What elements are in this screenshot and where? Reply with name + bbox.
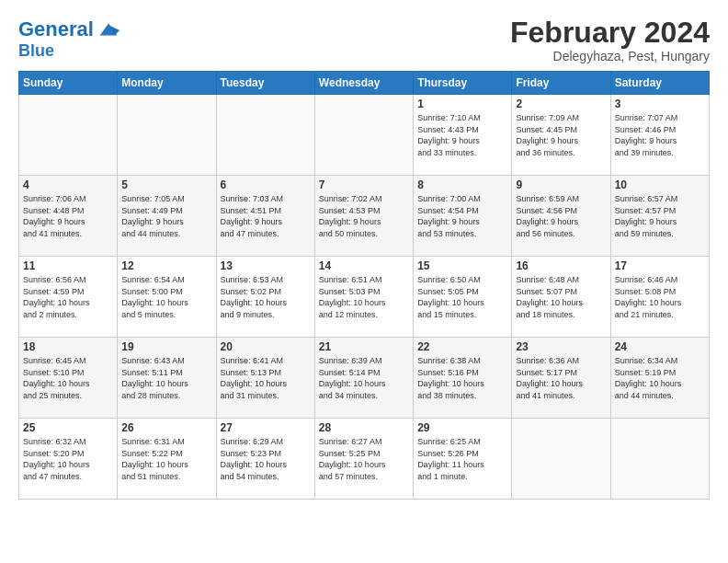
calendar-cell	[118, 95, 216, 176]
calendar-cell: 3Sunrise: 7:07 AM Sunset: 4:46 PM Daylig…	[610, 95, 709, 176]
day-info: Sunrise: 6:45 AM Sunset: 5:10 PM Dayligh…	[23, 355, 113, 401]
calendar-cell: 26Sunrise: 6:31 AM Sunset: 5:22 PM Dayli…	[118, 419, 216, 500]
col-wednesday: Wednesday	[314, 72, 413, 95]
day-info: Sunrise: 7:06 AM Sunset: 4:48 PM Dayligh…	[23, 193, 113, 239]
day-number: 7	[319, 178, 409, 191]
day-info: Sunrise: 6:38 AM Sunset: 5:16 PM Dayligh…	[417, 355, 507, 401]
day-number: 6	[221, 178, 311, 191]
day-number: 23	[516, 340, 606, 353]
day-info: Sunrise: 7:05 AM Sunset: 4:49 PM Dayligh…	[121, 193, 211, 239]
day-info: Sunrise: 6:36 AM Sunset: 5:17 PM Dayligh…	[516, 355, 606, 401]
calendar-cell: 13Sunrise: 6:53 AM Sunset: 5:02 PM Dayli…	[216, 257, 314, 338]
calendar-cell: 9Sunrise: 6:59 AM Sunset: 4:56 PM Daylig…	[512, 176, 610, 257]
day-info: Sunrise: 6:29 AM Sunset: 5:23 PM Dayligh…	[221, 436, 311, 482]
calendar-cell: 12Sunrise: 6:54 AM Sunset: 5:00 PM Dayli…	[118, 257, 216, 338]
logo-icon	[96, 17, 121, 42]
day-number: 29	[417, 421, 507, 434]
calendar-cell: 27Sunrise: 6:29 AM Sunset: 5:23 PM Dayli…	[216, 419, 314, 500]
day-number: 19	[121, 340, 211, 353]
day-number: 10	[615, 178, 705, 191]
col-saturday: Saturday	[610, 72, 709, 95]
calendar-cell: 11Sunrise: 6:56 AM Sunset: 4:59 PM Dayli…	[19, 257, 118, 338]
day-number: 18	[23, 340, 113, 353]
day-info: Sunrise: 6:57 AM Sunset: 4:57 PM Dayligh…	[615, 193, 705, 239]
calendar-cell: 24Sunrise: 6:34 AM Sunset: 5:19 PM Dayli…	[610, 338, 709, 419]
calendar-cell: 2Sunrise: 7:09 AM Sunset: 4:45 PM Daylig…	[512, 95, 610, 176]
calendar-table: Sunday Monday Tuesday Wednesday Thursday…	[18, 71, 710, 500]
day-number: 9	[516, 178, 606, 191]
day-number: 3	[615, 98, 705, 110]
day-number: 1	[417, 98, 507, 110]
day-number: 8	[417, 178, 507, 191]
day-info: Sunrise: 6:59 AM Sunset: 4:56 PM Dayligh…	[516, 193, 606, 239]
calendar-cell: 17Sunrise: 6:46 AM Sunset: 5:08 PM Dayli…	[610, 257, 709, 338]
calendar-cell	[314, 95, 413, 176]
col-thursday: Thursday	[414, 72, 512, 95]
col-tuesday: Tuesday	[216, 72, 314, 95]
day-info: Sunrise: 7:00 AM Sunset: 4:54 PM Dayligh…	[417, 193, 507, 239]
day-info: Sunrise: 6:31 AM Sunset: 5:22 PM Dayligh…	[121, 436, 211, 482]
day-number: 22	[417, 340, 507, 353]
header: General Blue February 2024 Delegyhaza, P…	[18, 17, 710, 63]
title-area: February 2024 Delegyhaza, Pest, Hungary	[510, 17, 710, 63]
calendar-cell: 5Sunrise: 7:05 AM Sunset: 4:49 PM Daylig…	[118, 176, 216, 257]
day-number: 28	[319, 421, 409, 434]
day-number: 27	[221, 421, 311, 434]
week-row-4: 25Sunrise: 6:32 AM Sunset: 5:20 PM Dayli…	[19, 419, 710, 500]
week-row-3: 18Sunrise: 6:45 AM Sunset: 5:10 PM Dayli…	[19, 338, 710, 419]
page: General Blue February 2024 Delegyhaza, P…	[0, 0, 728, 509]
calendar-cell: 28Sunrise: 6:27 AM Sunset: 5:25 PM Dayli…	[314, 419, 413, 500]
logo-text: General	[18, 18, 94, 40]
header-row: Sunday Monday Tuesday Wednesday Thursday…	[19, 72, 710, 95]
week-row-2: 11Sunrise: 6:56 AM Sunset: 4:59 PM Dayli…	[19, 257, 710, 338]
calendar-body: 1Sunrise: 7:10 AM Sunset: 4:43 PM Daylig…	[19, 95, 710, 500]
col-monday: Monday	[118, 72, 216, 95]
day-number: 16	[516, 259, 606, 272]
day-info: Sunrise: 7:10 AM Sunset: 4:43 PM Dayligh…	[417, 112, 507, 158]
day-info: Sunrise: 6:39 AM Sunset: 5:14 PM Dayligh…	[319, 355, 409, 401]
day-info: Sunrise: 6:53 AM Sunset: 5:02 PM Dayligh…	[221, 274, 311, 320]
calendar-cell: 4Sunrise: 7:06 AM Sunset: 4:48 PM Daylig…	[19, 176, 118, 257]
day-info: Sunrise: 7:09 AM Sunset: 4:45 PM Dayligh…	[516, 112, 606, 158]
calendar-cell: 22Sunrise: 6:38 AM Sunset: 5:16 PM Dayli…	[414, 338, 512, 419]
calendar-cell: 16Sunrise: 6:48 AM Sunset: 5:07 PM Dayli…	[512, 257, 610, 338]
calendar-cell	[512, 419, 610, 500]
logo: General Blue	[18, 17, 121, 61]
logo-blue: Blue	[18, 41, 54, 60]
day-number: 17	[615, 259, 705, 272]
day-number: 20	[221, 340, 311, 353]
day-info: Sunrise: 6:46 AM Sunset: 5:08 PM Dayligh…	[615, 274, 705, 320]
calendar-cell: 10Sunrise: 6:57 AM Sunset: 4:57 PM Dayli…	[610, 176, 709, 257]
calendar-cell	[610, 419, 709, 500]
day-number: 13	[221, 259, 311, 272]
day-info: Sunrise: 6:54 AM Sunset: 5:00 PM Dayligh…	[121, 274, 211, 320]
day-info: Sunrise: 6:27 AM Sunset: 5:25 PM Dayligh…	[319, 436, 409, 482]
day-number: 12	[121, 259, 211, 272]
week-row-0: 1Sunrise: 7:10 AM Sunset: 4:43 PM Daylig…	[19, 95, 710, 176]
day-info: Sunrise: 7:07 AM Sunset: 4:46 PM Dayligh…	[615, 112, 705, 158]
day-info: Sunrise: 6:34 AM Sunset: 5:19 PM Dayligh…	[615, 355, 705, 401]
day-number: 2	[516, 98, 606, 110]
day-number: 15	[417, 259, 507, 272]
calendar-cell	[216, 95, 314, 176]
calendar-cell: 14Sunrise: 6:51 AM Sunset: 5:03 PM Dayli…	[314, 257, 413, 338]
calendar-subtitle: Delegyhaza, Pest, Hungary	[510, 49, 710, 63]
calendar-header: Sunday Monday Tuesday Wednesday Thursday…	[19, 72, 710, 95]
calendar-cell: 1Sunrise: 7:10 AM Sunset: 4:43 PM Daylig…	[414, 95, 512, 176]
day-number: 25	[23, 421, 113, 434]
calendar-cell: 29Sunrise: 6:25 AM Sunset: 5:26 PM Dayli…	[414, 419, 512, 500]
calendar-cell: 21Sunrise: 6:39 AM Sunset: 5:14 PM Dayli…	[314, 338, 413, 419]
day-number: 11	[23, 259, 113, 272]
day-number: 24	[615, 340, 705, 353]
day-number: 4	[23, 178, 113, 191]
day-info: Sunrise: 7:02 AM Sunset: 4:53 PM Dayligh…	[319, 193, 409, 239]
calendar-cell	[19, 95, 118, 176]
day-info: Sunrise: 6:32 AM Sunset: 5:20 PM Dayligh…	[23, 436, 113, 482]
day-info: Sunrise: 6:43 AM Sunset: 5:11 PM Dayligh…	[121, 355, 211, 401]
day-info: Sunrise: 6:51 AM Sunset: 5:03 PM Dayligh…	[319, 274, 409, 320]
day-number: 5	[121, 178, 211, 191]
day-number: 21	[319, 340, 409, 353]
day-info: Sunrise: 6:25 AM Sunset: 5:26 PM Dayligh…	[417, 436, 507, 482]
day-info: Sunrise: 6:48 AM Sunset: 5:07 PM Dayligh…	[516, 274, 606, 320]
day-number: 26	[121, 421, 211, 434]
